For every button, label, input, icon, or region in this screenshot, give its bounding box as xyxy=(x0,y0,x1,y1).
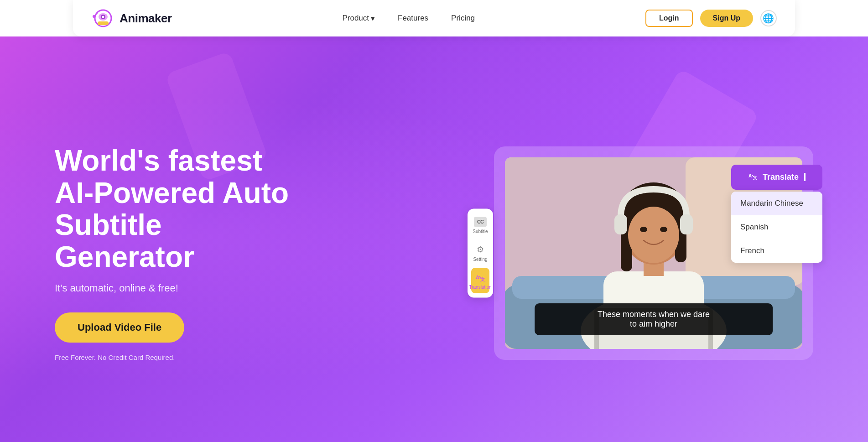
translate-dropdown: A 文 Translate Mandarin Chinese Spanish F… xyxy=(731,165,822,263)
setting-icon: ⚙ xyxy=(477,244,484,255)
svg-point-24 xyxy=(628,207,679,263)
svg-point-7 xyxy=(93,15,95,18)
logo[interactable]: Animaker xyxy=(91,6,172,30)
nav-links: Product ▾ Features Pricing xyxy=(342,14,475,23)
hero-subtitle: It's automatic, online & free! xyxy=(55,282,301,294)
svg-text:A: A xyxy=(748,173,752,178)
subtitle-line1: These moments when we dare xyxy=(598,310,710,319)
svg-point-25 xyxy=(640,227,647,232)
hero-text: World's fastest AI-Powered Auto Subtitle… xyxy=(55,145,301,361)
nav-actions: Login Sign Up 🌐 xyxy=(645,10,777,27)
hero-content: World's fastest AI-Powered Auto Subtitle… xyxy=(0,145,868,361)
subtitle-line2: to aim higher xyxy=(630,319,677,328)
navbar: Animaker Product ▾ Features Pricing Logi… xyxy=(73,0,795,36)
translate-menu: Mandarin Chinese Spanish French xyxy=(731,192,822,263)
translate-button[interactable]: A 文 Translate xyxy=(731,165,822,190)
nav-features[interactable]: Features xyxy=(398,14,428,23)
chevron-down-icon: ▾ xyxy=(371,14,375,23)
toolbar-subtitle[interactable]: CC Subtitle xyxy=(471,213,489,237)
side-toolbar: CC Subtitle ⚙ Setting A 文 xyxy=(468,208,493,297)
svg-text:A: A xyxy=(476,274,479,280)
nav-product[interactable]: Product ▾ xyxy=(342,14,375,23)
upload-button[interactable]: Upload Video File xyxy=(55,312,184,343)
hero-section: World's fastest AI-Powered Auto Subtitle… xyxy=(0,36,868,442)
hero-title: World's fastest AI-Powered Auto Subtitle… xyxy=(55,145,301,273)
language-french[interactable]: French xyxy=(731,239,822,263)
subtitle-text: These moments when we dare to aim higher xyxy=(535,303,773,335)
language-spanish[interactable]: Spanish xyxy=(731,215,822,239)
svg-point-26 xyxy=(660,227,667,232)
svg-rect-5 xyxy=(98,21,109,25)
language-mandarin[interactable]: Mandarin Chinese xyxy=(731,192,822,215)
signup-button[interactable]: Sign Up xyxy=(700,10,753,27)
logo-icon xyxy=(91,6,115,30)
logo-text: Animaker xyxy=(120,11,172,26)
subtitle-icon: CC xyxy=(474,217,487,227)
hero-demo: CC Subtitle ⚙ Setting A 文 xyxy=(328,146,813,360)
globe-icon[interactable]: 🌐 xyxy=(760,10,777,26)
cursor xyxy=(804,173,806,181)
demo-container: CC Subtitle ⚙ Setting A 文 xyxy=(494,146,813,360)
svg-rect-28 xyxy=(680,214,693,234)
translation-icon: A 文 xyxy=(475,271,486,282)
toolbar-setting[interactable]: ⚙ Setting xyxy=(471,240,489,265)
nav-pricing[interactable]: Pricing xyxy=(451,14,475,23)
translate-icon: A 文 xyxy=(748,171,758,183)
svg-point-4 xyxy=(102,16,104,18)
free-text: Free Forever. No Credit Card Required. xyxy=(55,354,301,361)
svg-rect-27 xyxy=(614,214,627,234)
login-button[interactable]: Login xyxy=(645,10,693,27)
toolbar-translation[interactable]: A 文 Translation xyxy=(471,268,489,293)
